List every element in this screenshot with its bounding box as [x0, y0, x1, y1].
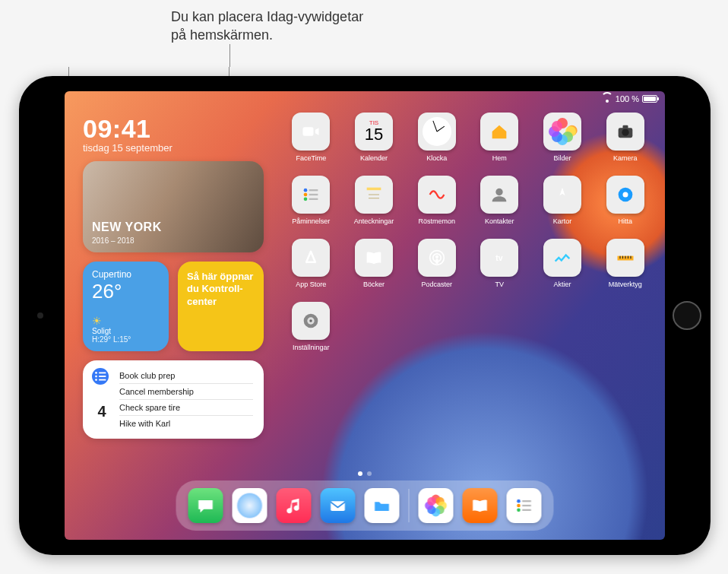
app-label: FaceTime — [286, 154, 335, 162]
app-store-icon — [292, 239, 330, 277]
svg-rect-9 — [622, 125, 628, 129]
camera-icon — [606, 113, 644, 151]
reminder-item[interactable]: Hike with Karl — [119, 416, 253, 431]
app-label: Hem — [475, 154, 524, 162]
app-label: Inställningar — [286, 344, 335, 351]
reminder-item[interactable]: Book club prep — [119, 368, 253, 384]
app-measure[interactable]: Mätverktyg — [601, 239, 650, 288]
facetime-icon — [292, 113, 330, 151]
app-podcasts[interactable]: Podcaster — [413, 239, 461, 288]
svg-point-10 — [304, 189, 308, 192]
maps-icon — [543, 176, 581, 214]
ipad-frame: 100 % 09:41 tisdag 15 september NEW YORK… — [19, 76, 711, 555]
tips-widget[interactable]: Så här öppnar du Kontroll­center — [178, 262, 264, 351]
svg-point-24 — [435, 255, 438, 258]
photos-widget[interactable]: NEW YORK 2016 – 2018 — [83, 161, 264, 252]
caption-line-2: på hemskärmen. — [171, 27, 273, 43]
app-label: Kalender — [350, 154, 398, 162]
app-camera[interactable]: Kamera — [601, 113, 650, 162]
app-tv[interactable]: tv TV — [475, 239, 524, 288]
svg-point-21 — [622, 192, 628, 198]
reminders-widget[interactable]: 4 Book club prep Cancel membership Check… — [83, 360, 264, 439]
app-voice-memos[interactable]: Röstmemon — [413, 176, 461, 225]
home-screen[interactable]: 100 % 09:41 tisdag 15 september NEW YORK… — [65, 91, 665, 540]
photos-icon — [543, 113, 581, 151]
reminders-list-icon — [92, 368, 109, 385]
svg-rect-14 — [309, 194, 318, 195]
reminder-item[interactable]: Cancel membership — [119, 384, 253, 400]
svg-rect-16 — [367, 188, 381, 191]
dock-app-music[interactable] — [277, 488, 312, 523]
find-my-icon — [606, 176, 644, 214]
notes-icon — [355, 176, 393, 214]
time-label: 09:41 — [83, 114, 173, 144]
app-contacts[interactable]: Kontakter — [475, 176, 524, 225]
page-indicator[interactable] — [358, 471, 372, 476]
app-label: App Store — [286, 281, 335, 288]
app-label: Kamera — [601, 154, 650, 162]
svg-point-0 — [95, 372, 97, 374]
svg-point-37 — [517, 499, 521, 503]
app-label: Anteckningar — [350, 217, 398, 225]
weather-temp: 26° — [92, 280, 160, 303]
photo-date-range: 2016 – 2018 — [92, 236, 135, 245]
svg-text:tv: tv — [496, 253, 503, 262]
podcasts-icon — [418, 239, 456, 277]
app-notes[interactable]: Anteckningar — [350, 176, 398, 225]
app-label: Påminnelser — [286, 217, 335, 225]
app-maps[interactable]: Kartor — [538, 176, 587, 225]
stocks-icon — [543, 239, 581, 277]
caption-line-1: Du kan placera Idag-vywidgetar — [171, 9, 363, 24]
voice-memos-icon — [418, 176, 456, 214]
dock-app-mail[interactable] — [321, 488, 356, 523]
app-label: Klocka — [413, 154, 461, 162]
dock-app-safari[interactable] — [233, 488, 267, 523]
svg-rect-36 — [331, 501, 345, 511]
reminders-list: Book club prep Cancel membership Check s… — [119, 368, 253, 431]
svg-point-12 — [304, 198, 308, 201]
app-reminders[interactable]: Påminnelser — [286, 176, 335, 225]
svg-point-38 — [517, 504, 521, 508]
app-photos[interactable]: Bilder — [538, 113, 587, 162]
calendar-icon: TIS 15 — [355, 113, 393, 151]
app-clock[interactable]: Klocka — [413, 113, 461, 162]
dock-app-files[interactable] — [365, 488, 400, 523]
app-find-my[interactable]: Hitta — [601, 176, 650, 225]
svg-point-19 — [496, 189, 503, 195]
dock — [176, 480, 554, 531]
reminder-item[interactable]: Check spare tire — [119, 400, 253, 416]
weather-widget[interactable]: Cupertino 26° ☀ Soligt H:29° L:15° — [83, 262, 169, 351]
home-button[interactable] — [673, 301, 701, 330]
status-bar: 100 % — [602, 94, 657, 103]
app-stocks[interactable]: Aktier — [538, 239, 587, 288]
calendar-date-num: 15 — [365, 126, 383, 143]
svg-point-1 — [95, 376, 97, 378]
svg-rect-40 — [522, 500, 531, 502]
clock-widget: 09:41 tisdag 15 september — [83, 114, 173, 154]
app-home[interactable]: Hem — [475, 113, 524, 162]
contacts-icon — [480, 176, 518, 214]
app-app-store[interactable]: App Store — [286, 239, 335, 288]
measure-icon — [606, 239, 644, 277]
app-books[interactable]: Böcker — [350, 239, 398, 288]
app-label: Hitta — [601, 217, 650, 225]
app-facetime[interactable]: FaceTime — [286, 113, 335, 162]
app-calendar[interactable]: TIS 15 Kalender — [350, 113, 398, 162]
app-label: Aktier — [538, 281, 587, 288]
page-dot-active — [358, 471, 362, 476]
dock-recent-books[interactable] — [463, 488, 498, 523]
dock-app-messages[interactable] — [188, 488, 223, 523]
app-label: Kontakter — [475, 217, 524, 225]
svg-rect-41 — [522, 505, 531, 506]
reminders-count: 4 — [92, 403, 112, 420]
callout-caption: Du kan placera Idag-vywidgetar på hemskä… — [171, 8, 363, 45]
dock-recent-photos[interactable] — [419, 488, 454, 523]
home-icon — [480, 113, 518, 151]
weather-condition: Soligt — [92, 327, 160, 335]
battery-percent: 100 % — [616, 94, 639, 103]
app-settings[interactable]: Inställningar — [286, 302, 335, 351]
app-label: Podcaster — [413, 281, 461, 288]
app-label: TV — [475, 281, 524, 288]
dock-recent-reminders[interactable] — [507, 488, 542, 523]
sun-icon: ☀ — [92, 315, 102, 327]
